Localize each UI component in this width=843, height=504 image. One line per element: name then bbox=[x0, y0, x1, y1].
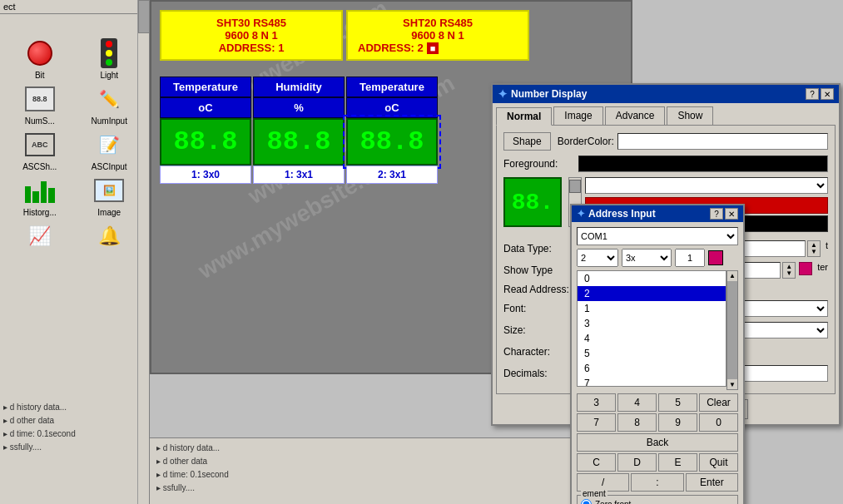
addr-num-input[interactable] bbox=[675, 249, 705, 267]
col1-value[interactable]: 88.8 bbox=[253, 118, 345, 166]
dialog-num-titlebar: ✦ Number Display ? ✕ bbox=[493, 85, 839, 103]
sidebar-scrollbar[interactable] bbox=[137, 0, 149, 504]
dropdown-item-6[interactable]: 6 bbox=[578, 361, 726, 376]
col2-address: 2: 3x1 bbox=[346, 166, 438, 184]
numpad-enter[interactable]: Enter bbox=[686, 473, 738, 492]
data-col-0: Temperature oC 88.8 1: 3x0 bbox=[160, 77, 251, 184]
col1-header2: % bbox=[253, 97, 345, 118]
addr-num-row: 2 3x bbox=[577, 249, 738, 267]
numpad-d[interactable]: D bbox=[617, 453, 657, 472]
foreground-color-input[interactable] bbox=[578, 156, 828, 172]
numpad-clear[interactable]: Clear bbox=[699, 393, 738, 412]
numpad-9[interactable]: 9 bbox=[658, 413, 697, 432]
show-type-scroll[interactable]: ▲ ▼ bbox=[782, 262, 796, 279]
dropdown-item-5[interactable]: 5 bbox=[578, 346, 726, 361]
numpad-e[interactable]: E bbox=[658, 453, 697, 472]
dropdown-item-0[interactable]: 0 bbox=[578, 271, 726, 286]
size-label: Size: bbox=[503, 324, 578, 336]
sidebar-item-historg[interactable]: Historg... bbox=[7, 175, 73, 217]
numpad-3[interactable]: 3 bbox=[577, 393, 616, 412]
numinput-label: NumInput bbox=[92, 116, 127, 126]
statusbar: ▸ d history data... ▸ d other data ▸ d t… bbox=[150, 437, 632, 504]
sidebar-item-trend[interactable]: 📈 bbox=[7, 220, 73, 254]
radio-zero-front: Zero front bbox=[581, 499, 734, 504]
data-type-scroll[interactable]: ▲ ▼ bbox=[807, 240, 821, 257]
image-label: Image bbox=[97, 208, 121, 217]
address-input-dialog: ✦ Address Input ? ✕ COM1 2 3x bbox=[570, 204, 745, 504]
numpad-row2: 7 8 9 0 bbox=[577, 413, 738, 432]
shape-button[interactable]: Shape bbox=[503, 132, 551, 151]
numpad-7[interactable]: 7 bbox=[577, 413, 616, 432]
ascsh-label: ASCSh... bbox=[22, 162, 57, 171]
font-label: Font: bbox=[503, 303, 578, 314]
foreground-row: Foreground: bbox=[503, 156, 828, 172]
col0-value[interactable]: 88.8 bbox=[160, 118, 251, 166]
sidebar-item-ascinput[interactable]: 📝 ASCInput bbox=[77, 129, 143, 171]
addr-dropdown[interactable]: 0 2 1 3 4 5 6 7 8 9 10 bbox=[577, 270, 726, 387]
dropdown-item-2[interactable]: 2 bbox=[578, 286, 726, 301]
numpad-quit[interactable]: Quit bbox=[699, 453, 738, 472]
numpad-colon[interactable]: : bbox=[631, 473, 683, 492]
addr-color-box bbox=[708, 250, 723, 265]
tab-image[interactable]: Image bbox=[553, 106, 602, 125]
numpad-0[interactable]: 0 bbox=[699, 413, 738, 432]
dialog-num-close[interactable]: ✕ bbox=[821, 88, 834, 100]
scroll-down[interactable]: ▼ bbox=[728, 380, 736, 389]
sidebar-item-ascsh[interactable]: ABC ASCSh... bbox=[7, 129, 73, 171]
numinput-icon: ✏️ bbox=[93, 83, 125, 115]
sidebar-item-numinput[interactable]: ✏️ NumInput bbox=[77, 83, 143, 126]
data-columns: Temperature oC 88.8 1: 3x0 Humidity % 88… bbox=[160, 77, 438, 184]
light-label: Light bbox=[100, 71, 118, 80]
radio-zero-front-input[interactable] bbox=[581, 499, 592, 504]
sidebar-item-bit[interactable]: Bit bbox=[7, 37, 73, 80]
numpad-c[interactable]: C bbox=[577, 453, 616, 472]
sensor-block-2: SHT20 RS485 9600 8 N 1 ADDRESS: 2 ■ bbox=[346, 10, 529, 61]
tab-advance[interactable]: Advance bbox=[605, 106, 666, 125]
sidebar-item-alarm[interactable]: 🔔 bbox=[77, 220, 143, 254]
col2-value[interactable]: 88.8 bbox=[346, 118, 438, 166]
image-icon: 🖼️ bbox=[93, 175, 125, 206]
dropdown-item-1[interactable]: 1 bbox=[578, 301, 726, 316]
dropdown-item-3[interactable]: 3 bbox=[578, 316, 726, 331]
numpad-4[interactable]: 4 bbox=[617, 393, 657, 412]
addr-body: COM1 2 3x 0 2 1 3 4 5 6 7 bbox=[572, 222, 743, 504]
preview-combo[interactable] bbox=[585, 177, 828, 194]
numpad-back[interactable]: Back bbox=[577, 433, 738, 452]
tab-normal[interactable]: Normal bbox=[496, 107, 552, 126]
dialog-num-question[interactable]: ? bbox=[806, 88, 819, 100]
trend-icon: 📈 bbox=[24, 220, 56, 252]
addr-question[interactable]: ? bbox=[710, 208, 723, 220]
dropdown-item-7[interactable]: 7 bbox=[578, 376, 726, 387]
sidebar-item-nums[interactable]: 88.8 NumS... bbox=[7, 83, 73, 126]
col1-address: 1: 3x1 bbox=[253, 166, 345, 184]
addr-num-select[interactable]: 2 bbox=[577, 249, 618, 267]
read-address-label: Read Address: bbox=[503, 284, 578, 295]
addr-close[interactable]: ✕ bbox=[725, 208, 738, 220]
historg-icon bbox=[24, 175, 56, 206]
col0-header1: Temperature bbox=[160, 77, 251, 97]
nums-label: NumS... bbox=[25, 116, 55, 126]
numpad-5[interactable]: 5 bbox=[658, 393, 697, 412]
sidebar-item-light[interactable]: Light bbox=[77, 37, 143, 80]
addr-com-row: COM1 bbox=[577, 227, 738, 245]
border-color-input[interactable] bbox=[617, 133, 828, 150]
dropdown-scrollbar[interactable]: ▲ ▼ bbox=[726, 270, 738, 390]
ascinput-label: ASCInput bbox=[92, 162, 127, 171]
ascsh-icon: ABC bbox=[24, 129, 56, 161]
preview-box: 88. bbox=[503, 177, 562, 227]
decimals-label: Decimals: bbox=[503, 368, 578, 379]
addr-3x-select[interactable]: 3x bbox=[622, 249, 672, 267]
dialog-num-tabs: Normal Image Advance Show bbox=[493, 103, 839, 125]
numpad-8[interactable]: 8 bbox=[617, 413, 657, 432]
numpad-row1: 3 4 5 Clear bbox=[577, 393, 738, 412]
tab-show[interactable]: Show bbox=[667, 106, 713, 125]
show-type-color bbox=[799, 262, 812, 275]
sidebar-items-grid: Bit Light 88.8 NumS... ✏️ Nu bbox=[0, 31, 149, 260]
dropdown-item-4[interactable]: 4 bbox=[578, 331, 726, 346]
addr-com-select[interactable]: COM1 bbox=[577, 227, 738, 245]
addr-icon: ✦ bbox=[577, 208, 585, 220]
data-type-label: Data Type: bbox=[503, 243, 578, 254]
status-3: ▸ d time: 0.1second bbox=[156, 468, 626, 482]
scroll-up[interactable]: ▲ bbox=[728, 271, 736, 280]
sidebar-item-image[interactable]: 🖼️ Image bbox=[77, 175, 143, 217]
